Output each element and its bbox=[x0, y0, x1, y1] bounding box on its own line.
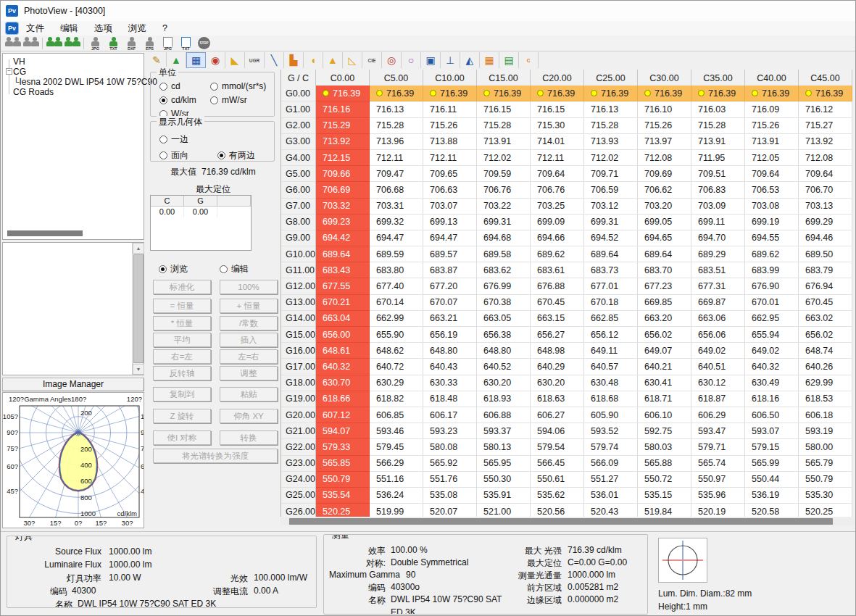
matrix-view-icon[interactable]: ▦ bbox=[480, 52, 499, 68]
grid-cell[interactable]: 593.37 bbox=[477, 423, 531, 439]
grid-cell[interactable]: 683.87 bbox=[423, 262, 477, 278]
grid-cell[interactable]: 716.39 bbox=[370, 86, 423, 101]
isolux-ellipse-icon[interactable]: ○ bbox=[402, 52, 421, 68]
edit-photometry-icon[interactable]: ✎ bbox=[147, 52, 167, 68]
grid-cell[interactable]: 656.06 bbox=[691, 327, 745, 343]
export-txt-doc-icon[interactable]: TXT bbox=[177, 36, 195, 51]
grid-cell[interactable]: 606.29 bbox=[691, 407, 745, 423]
grid-column-header[interactable]: C45.00 bbox=[799, 70, 852, 87]
grid-cell[interactable]: 618.87 bbox=[691, 391, 745, 407]
grid-cell[interactable]: 689.62 bbox=[531, 246, 584, 262]
grid-cell[interactable]: 716.39 bbox=[584, 86, 638, 101]
grid-cell[interactable]: 716.11 bbox=[423, 101, 477, 117]
grid-row-header[interactable]: G11.00 bbox=[281, 262, 316, 278]
grid-cell[interactable]: 683.62 bbox=[477, 262, 531, 278]
grid-cell[interactable]: 593.19 bbox=[799, 423, 852, 439]
grid-cell[interactable]: 566.09 bbox=[584, 456, 638, 472]
grid-cell[interactable]: 655.94 bbox=[745, 327, 799, 343]
grid-cell[interactable]: 703.20 bbox=[638, 199, 691, 215]
grid-cell[interactable]: 689.58 bbox=[477, 246, 531, 262]
search-photometry-icon[interactable] bbox=[45, 36, 63, 51]
grid-cell[interactable]: 536.24 bbox=[370, 488, 423, 504]
export-jpg-icon[interactable]: JPG bbox=[86, 36, 104, 51]
grid-cell[interactable]: 663.02 bbox=[799, 311, 852, 327]
grid-cell[interactable]: 683.73 bbox=[584, 262, 638, 278]
grid-cell[interactable]: 703.32 bbox=[316, 199, 370, 215]
edit-button-z[interactable]: Z 旋转 bbox=[153, 409, 211, 423]
grid-cell[interactable]: 536.19 bbox=[745, 488, 799, 504]
colored-diagram-icon[interactable]: ▲ bbox=[167, 52, 186, 68]
save-photometry-icon[interactable] bbox=[63, 36, 81, 51]
grid-cell[interactable]: 630.41 bbox=[638, 375, 691, 391]
limit-curve-icon[interactable]: ╲ bbox=[265, 52, 284, 68]
grid-cell[interactable]: 655.90 bbox=[370, 327, 423, 343]
grid-cell[interactable]: 656.12 bbox=[584, 327, 638, 343]
tree-item-iesna-2002-dwl-ip54-10w-75-c90[interactable]: └Iesna 2002 DWL IP54 10W 75?C90 bbox=[13, 77, 157, 87]
grid-cell[interactable]: 550.72 bbox=[638, 472, 691, 488]
grid-cell[interactable]: 713.91 bbox=[745, 134, 799, 150]
edit-button-100[interactable]: 100% bbox=[220, 280, 278, 294]
grid-cell[interactable]: 706.62 bbox=[638, 182, 691, 198]
open-database-icon[interactable] bbox=[22, 36, 40, 51]
grid-row-header[interactable]: G21.00 bbox=[281, 423, 316, 439]
grid-cell[interactable]: 618.66 bbox=[316, 391, 370, 407]
grid-cell[interactable]: 715.28 bbox=[584, 118, 638, 134]
grid-cell[interactable]: 550.79 bbox=[316, 472, 370, 488]
list-vscrollbar[interactable]: ▲ ▼ bbox=[132, 243, 144, 375]
grid-cell[interactable]: 640.43 bbox=[423, 359, 477, 375]
grid-cell[interactable]: 709.65 bbox=[423, 166, 477, 182]
grid-cell[interactable]: 520.19 bbox=[691, 504, 745, 517]
grid-cell[interactable]: 618.63 bbox=[531, 391, 584, 407]
grid-cell[interactable]: 699.09 bbox=[531, 215, 584, 230]
tree-item-cg[interactable]: CG bbox=[13, 67, 26, 77]
grid-cell[interactable]: 677.55 bbox=[316, 278, 370, 294]
edit-button-item[interactable]: + 恒量 bbox=[220, 299, 278, 313]
grid-cell[interactable]: 676.88 bbox=[531, 278, 584, 294]
grid-cell[interactable]: 618.68 bbox=[584, 391, 638, 407]
menu-item-item[interactable]: ? bbox=[154, 22, 175, 35]
grid-cell[interactable]: 694.52 bbox=[584, 230, 638, 246]
grid-cell[interactable]: 670.45 bbox=[531, 295, 584, 311]
grid-cell[interactable]: 521.00 bbox=[477, 504, 531, 517]
grid-cell[interactable]: 716.39 bbox=[638, 86, 691, 101]
unit-radio-cd-klm[interactable]: cd/klm bbox=[159, 95, 196, 105]
edit-button-item[interactable]: /常数 bbox=[220, 316, 278, 330]
grid-cell[interactable]: 520.07 bbox=[423, 504, 477, 517]
grid-row-header[interactable]: G2.00 bbox=[281, 118, 316, 134]
grid-cell[interactable]: 689.59 bbox=[370, 246, 423, 262]
grid-cell[interactable]: 694.70 bbox=[691, 230, 745, 246]
grid-cell[interactable]: 713.92 bbox=[316, 134, 370, 150]
intensity-table-icon[interactable]: ▦ bbox=[186, 52, 206, 68]
grid-cell[interactable]: 709.51 bbox=[691, 166, 745, 182]
edit-button-item[interactable]: 调整 bbox=[220, 366, 278, 380]
grid-cell[interactable]: 594.07 bbox=[316, 423, 370, 439]
cone-diagram-icon[interactable]: ▲ bbox=[323, 52, 343, 68]
grid-hscroll-thumb[interactable] bbox=[289, 518, 833, 525]
menu-item-item[interactable]: 浏览 bbox=[120, 21, 154, 36]
grid-row-header[interactable]: G9.00 bbox=[281, 230, 316, 246]
edit-button-item[interactable]: 转换 bbox=[220, 430, 278, 445]
grid-cell[interactable]: 618.93 bbox=[477, 391, 531, 407]
grid-cell[interactable]: 677.01 bbox=[584, 278, 638, 294]
geometry-radio-item[interactable]: 有两边 bbox=[217, 149, 255, 162]
intensity-table[interactable]: G / CC0.00C5.00C10.00C15.00C20.00C25.00C… bbox=[281, 70, 854, 517]
tree-item-cg-roads[interactable]: CG Roads bbox=[13, 87, 54, 97]
grid-row-header[interactable]: G15.00 bbox=[281, 327, 316, 343]
grid-cell[interactable]: 670.14 bbox=[370, 295, 423, 311]
image-manager-button[interactable]: Image Manager bbox=[2, 378, 144, 391]
grid-cell[interactable]: 535.62 bbox=[531, 488, 584, 504]
grid-cell[interactable]: 520.43 bbox=[584, 504, 638, 517]
grid-cell[interactable]: 656.02 bbox=[638, 327, 691, 343]
grid-hscrollbar[interactable] bbox=[281, 517, 854, 525]
grid-cell[interactable]: 699.05 bbox=[638, 215, 691, 230]
grid-cell[interactable]: 594.06 bbox=[531, 423, 584, 439]
grid-cell[interactable]: 670.07 bbox=[423, 295, 477, 311]
grid-cell[interactable]: 656.02 bbox=[799, 327, 852, 343]
grid-cell[interactable]: 579.45 bbox=[370, 439, 423, 455]
grid-cell[interactable]: 676.90 bbox=[745, 278, 799, 294]
grid-cell[interactable]: 706.59 bbox=[584, 182, 638, 198]
geometry-radio-item[interactable]: 一边 bbox=[159, 133, 188, 146]
grid-cell[interactable]: 630.70 bbox=[316, 375, 370, 391]
grid-cell[interactable]: 683.79 bbox=[799, 262, 852, 278]
grid-cell[interactable]: 715.28 bbox=[691, 118, 745, 134]
